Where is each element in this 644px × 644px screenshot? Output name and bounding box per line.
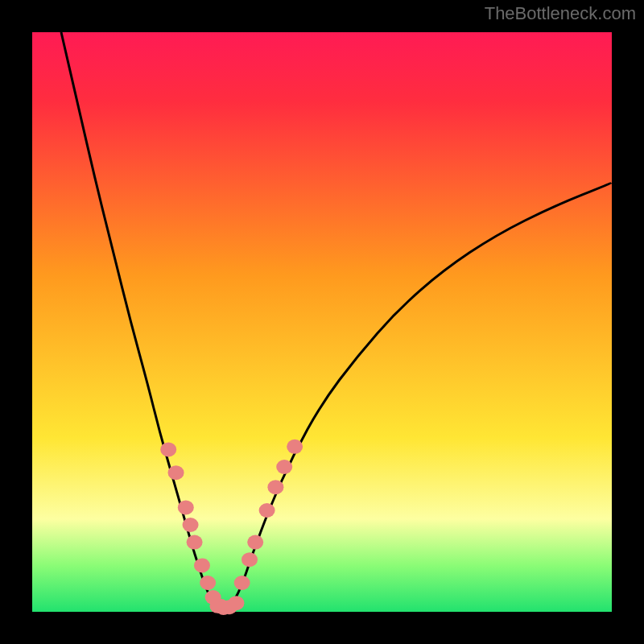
gradient-plot-area (32, 32, 612, 612)
curve-canvas (32, 32, 612, 612)
marker-right-6 (287, 440, 303, 454)
marker-right-3 (259, 503, 275, 518)
marker-right-2 (247, 535, 263, 550)
marker-left-0 (160, 442, 176, 456)
marker-right-5 (276, 460, 292, 474)
watermark-text: TheBottleneck.com (485, 3, 636, 24)
marker-left-2 (178, 500, 194, 514)
marker-right-4 (267, 480, 283, 494)
marker-right-0 (234, 576, 250, 590)
marker-left-1 (168, 465, 184, 480)
marker-bottom-3 (228, 596, 244, 610)
marker-left-3 (183, 518, 199, 532)
outer-frame: TheBottleneck.com (0, 0, 644, 644)
bottleneck-curve (61, 32, 612, 609)
marker-left-4 (187, 535, 203, 550)
marker-left-5 (194, 558, 210, 572)
marker-right-1 (242, 552, 258, 567)
marker-left-6 (200, 576, 216, 590)
